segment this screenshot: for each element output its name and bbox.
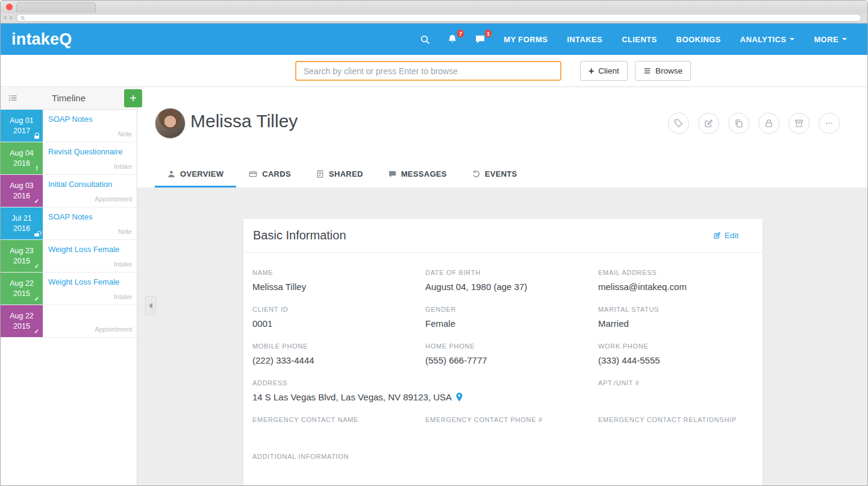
timeline-item-category: Intake	[114, 293, 132, 300]
nav-item-my-forms[interactable]: MY FORMS	[494, 35, 557, 44]
client-tabs: OVERVIEW CARDS SHARED MESSAGES EVENTS	[155, 162, 530, 188]
timeline-date-block: Aug 03 2016	[1, 175, 43, 207]
nav-item-label: ANALYTICS	[740, 35, 787, 44]
archive-button[interactable]	[788, 113, 810, 134]
field-label: APT./UNIT #	[598, 379, 751, 387]
list-icon	[643, 67, 651, 75]
nav-item-intakes[interactable]: INTAKES	[557, 35, 612, 44]
timeline-item-title[interactable]: Initial Consultation	[48, 180, 112, 189]
tab-shared[interactable]: SHARED	[304, 162, 376, 188]
card-icon	[249, 170, 257, 178]
copy-icon	[734, 119, 743, 128]
timeline-item[interactable]: Aug 23 2015 Weight Loss Female Intake	[1, 240, 137, 273]
browser-title-bar	[1, 1, 867, 13]
timeline-date: Aug 04	[1, 148, 43, 159]
field-email: EMAIL ADDRESS melissa@intakeq.com	[598, 269, 763, 292]
field-value	[598, 428, 751, 440]
chevron-down-icon	[842, 38, 847, 40]
lock-button[interactable]	[758, 113, 779, 134]
notifications-badge: 7	[457, 30, 464, 37]
field-label: ADDRESS	[252, 379, 586, 387]
field-value: (555) 666-7777	[425, 355, 586, 366]
intakeq-logo[interactable]: intakeQ	[11, 30, 72, 49]
timeline-item-title[interactable]: SOAP Notes	[48, 212, 92, 221]
add-timeline-item-button[interactable]: +	[124, 89, 142, 107]
field-value: 0001	[252, 318, 413, 329]
timeline-header: Timeline +	[1, 87, 137, 110]
nav-item-label: INTAKES	[567, 35, 602, 44]
timeline-date: Aug 22	[1, 279, 43, 289]
field-value	[425, 428, 586, 440]
alert-icon	[34, 165, 40, 172]
timeline-item[interactable]: Aug 22 2015 Appointment	[1, 305, 137, 338]
field-emergency-contact-phone: EMERGENCY CONTACT PHONE #	[425, 416, 598, 440]
timeline-item[interactable]: Aug 01 2017 SOAP Notes Note	[1, 110, 137, 142]
copy-button[interactable]	[728, 113, 749, 134]
add-client-button[interactable]: + Client	[580, 61, 628, 81]
browser-tab[interactable]	[16, 2, 96, 13]
search-icon	[20, 16, 25, 21]
field-date-of-birth: DATE OF BIRTH August 04, 1980 (age 37)	[425, 269, 598, 292]
nav-item-label: BOOKINGS	[676, 35, 721, 44]
list-icon[interactable]	[8, 94, 17, 102]
tab-messages[interactable]: MESSAGES	[376, 162, 460, 188]
tag-button[interactable]	[668, 113, 689, 134]
field-label: HOME PHONE	[425, 342, 586, 350]
field-label: MARITAL STATUS	[598, 306, 751, 313]
timeline-item[interactable]: Aug 22 2015 Weight Loss Female Intake	[1, 273, 137, 305]
timeline-item-body: Initial Consultation Appointment	[43, 175, 137, 207]
tab-label: EVENTS	[485, 169, 517, 178]
edit-basic-info-link[interactable]: Edit	[713, 231, 738, 240]
field-label: GENDER	[425, 306, 586, 313]
timeline-date-block: Aug 22 2015	[1, 305, 43, 337]
timeline-item-category: Intake	[114, 260, 132, 268]
client-avatar[interactable]	[155, 108, 186, 139]
nav-item-more[interactable]: MORE	[804, 35, 857, 44]
tab-events[interactable]: EVENTS	[460, 162, 530, 188]
field-mobile-phone: MOBILE PHONE (222) 333-4444	[252, 342, 425, 366]
messages-chat-icon[interactable]: 1	[475, 34, 486, 45]
browse-button[interactable]: Browse	[635, 61, 691, 81]
timeline-item[interactable]: Aug 04 2016 Revisit Questionnaire Intake	[1, 142, 137, 175]
timeline-item-title[interactable]: Revisit Questionnaire	[48, 147, 123, 156]
timeline-date-block: Aug 04 2016	[1, 142, 43, 174]
back-forward-buttons[interactable]: ‹›	[4, 13, 15, 23]
field-work-phone: WORK PHONE (333) 444-5555	[598, 342, 763, 366]
nav-item-analytics[interactable]: ANALYTICS	[731, 35, 805, 44]
nav-item-bookings[interactable]: BOOKINGS	[667, 35, 731, 44]
field-emergency-contact-relationship: EMERGENCY CONTACT RELATIONSHIP	[598, 416, 763, 440]
edit-button[interactable]	[698, 113, 719, 134]
url-bar[interactable]	[16, 14, 861, 22]
card-header: Basic Information Edit	[243, 219, 763, 253]
tab-overview[interactable]: OVERVIEW	[155, 162, 236, 188]
unlock-icon	[34, 230, 40, 237]
timeline-item[interactable]: Jul 21 2016 SOAP Notes Note	[1, 207, 137, 240]
timeline-item-title[interactable]: Weight Loss Female	[48, 277, 119, 286]
tab-label: OVERVIEW	[180, 169, 223, 178]
search-icon[interactable]	[420, 34, 430, 45]
notifications-bell-icon[interactable]: 7	[447, 34, 458, 45]
tab-label: MESSAGES	[401, 169, 447, 178]
sidebar-collapse-handle[interactable]	[145, 296, 156, 315]
timeline-item-title[interactable]: Weight Loss Female	[48, 245, 119, 254]
field-marital-status: MARITAL STATUS Married	[598, 306, 763, 329]
timeline-item-title[interactable]: SOAP Notes	[48, 115, 92, 124]
map-pin-icon[interactable]	[456, 393, 463, 402]
tab-cards[interactable]: CARDS	[236, 162, 304, 188]
more-button[interactable]	[819, 113, 840, 134]
browse-label: Browse	[655, 66, 682, 75]
chevron-left-icon	[149, 303, 152, 309]
field-name: NAME Melissa Tilley	[252, 269, 425, 292]
timeline-date: Aug 01	[1, 116, 43, 126]
field-value: (222) 333-4444	[252, 355, 413, 366]
timeline-item[interactable]: Aug 03 2016 Initial Consultation Appoint…	[1, 175, 137, 207]
field-apt-unit: APT./UNIT #	[598, 379, 763, 403]
timeline-item-body: SOAP Notes Note	[43, 110, 137, 142]
nav-item-clients[interactable]: CLIENTS	[612, 35, 666, 44]
timeline-date: Aug 03	[1, 181, 43, 191]
check-icon	[34, 328, 40, 335]
client-name: Melissa Tilley	[190, 111, 298, 131]
client-search-input[interactable]	[295, 61, 561, 81]
window-close-button[interactable]	[6, 4, 13, 10]
field-value: Female	[425, 318, 586, 329]
